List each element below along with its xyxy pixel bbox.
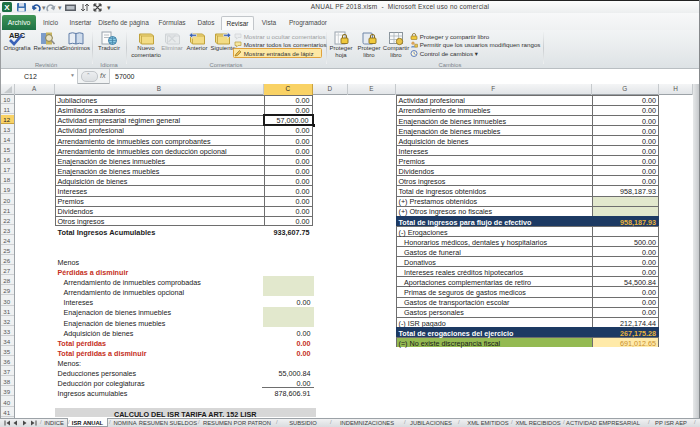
- svg-text:▾: ▾: [42, 4, 46, 11]
- svg-text:X: X: [4, 3, 10, 12]
- svg-text:▾: ▾: [58, 4, 62, 11]
- svg-text:▾: ▾: [107, 4, 111, 11]
